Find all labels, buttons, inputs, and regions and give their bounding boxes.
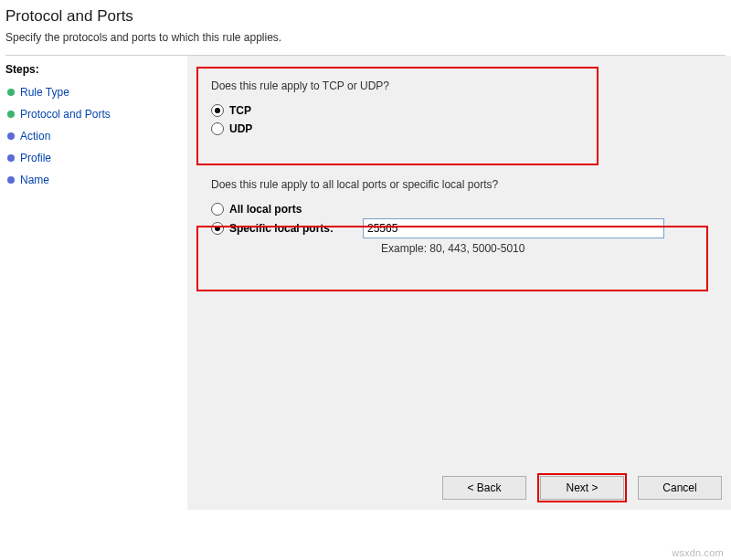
step-name[interactable]: Name xyxy=(5,169,182,191)
step-label: Protocol and Ports xyxy=(20,108,111,121)
bullet-icon xyxy=(7,111,15,118)
highlight-box: Next > xyxy=(537,473,627,502)
step-rule-type[interactable]: Rule Type xyxy=(5,81,182,103)
content-panel: Does this rule apply to TCP or UDP? TCP … xyxy=(187,56,731,510)
radio-icon xyxy=(211,203,224,216)
back-button[interactable]: < Back xyxy=(442,476,526,500)
radio-all-ports[interactable]: All local ports xyxy=(211,200,715,218)
step-label: Profile xyxy=(20,152,51,164)
radio-icon xyxy=(211,222,224,235)
step-label: Action xyxy=(20,130,50,143)
steps-heading: Steps: xyxy=(5,63,182,76)
radio-specific-ports[interactable]: Specific local ports: xyxy=(211,219,357,238)
question-ports: Does this rule apply to all local ports … xyxy=(211,178,715,191)
radio-label: TCP xyxy=(229,104,251,117)
radio-icon xyxy=(211,122,224,135)
watermark: wsxdn.com xyxy=(672,547,724,558)
step-label: Name xyxy=(20,174,49,186)
page-title: Protocol and Ports xyxy=(5,7,722,26)
bullet-icon xyxy=(7,89,15,96)
step-label: Rule Type xyxy=(20,86,69,99)
wizard-footer: < Back Next > Cancel xyxy=(442,473,722,502)
bullet-icon xyxy=(7,176,15,184)
bullet-icon xyxy=(7,132,15,140)
step-action[interactable]: Action xyxy=(5,125,182,147)
radio-udp[interactable]: UDP xyxy=(211,120,715,138)
step-profile[interactable]: Profile xyxy=(5,147,182,169)
radio-icon xyxy=(211,104,224,117)
radio-label: All local ports xyxy=(229,203,302,216)
ports-example: Example: 80, 443, 5000-5010 xyxy=(381,242,715,255)
radio-label: Specific local ports: xyxy=(229,222,334,235)
question-protocol: Does this rule apply to TCP or UDP? xyxy=(211,79,715,92)
step-protocol-and-ports[interactable]: Protocol and Ports xyxy=(5,103,182,125)
radio-tcp[interactable]: TCP xyxy=(211,101,715,120)
radio-label: UDP xyxy=(229,122,252,135)
page-subtitle: Specify the protocols and ports to which… xyxy=(5,31,722,44)
cancel-button[interactable]: Cancel xyxy=(638,476,722,500)
specific-ports-input[interactable] xyxy=(363,218,664,238)
bullet-icon xyxy=(7,154,15,162)
next-button[interactable]: Next > xyxy=(540,476,624,500)
steps-sidebar: Steps: Rule Type Protocol and Ports Acti… xyxy=(0,56,187,510)
